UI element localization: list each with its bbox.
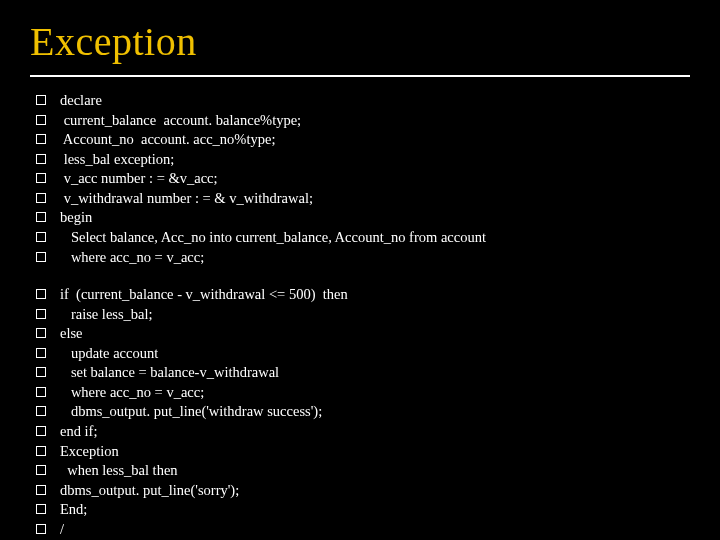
list-item: Select balance, Acc_no into current_bala… [30,228,690,248]
square-bullet-icon [36,154,46,164]
list-item: if (current_balance - v_withdrawal <= 50… [30,285,690,305]
code-line: End; [60,500,87,520]
square-bullet-icon [36,426,46,436]
list-item: v_withdrawal number : = & v_withdrawal; [30,189,690,209]
list-item: else [30,324,690,344]
list-item: End; [30,500,690,520]
code-line: dbms_output. put_line('sorry'); [60,481,239,501]
square-bullet-icon [36,134,46,144]
code-line: dbms_output. put_line('withdraw success'… [60,402,322,422]
square-bullet-icon [36,504,46,514]
list-item: where acc_no = v_acc; [30,248,690,268]
slide: Exception declare current_balance accoun… [0,0,720,540]
list-item: when less_bal then [30,461,690,481]
list-item: set balance = balance-v_withdrawal [30,363,690,383]
square-bullet-icon [36,446,46,456]
square-bullet-icon [36,212,46,222]
list-item: begin [30,208,690,228]
code-line: declare [60,91,102,111]
code-line: end if; [60,422,97,442]
square-bullet-icon [36,252,46,262]
code-line: / [60,520,64,540]
list-item: where acc_no = v_acc; [30,383,690,403]
square-bullet-icon [36,328,46,338]
list-item: dbms_output. put_line('sorry'); [30,481,690,501]
code-line: where acc_no = v_acc; [60,383,204,403]
list-item: dbms_output. put_line('withdraw success'… [30,402,690,422]
code-line: less_bal exception; [60,150,174,170]
title-underline [30,75,690,77]
code-line: current_balance account. balance%type; [60,111,301,131]
code-block-1: declare current_balance account. balance… [30,91,690,267]
square-bullet-icon [36,309,46,319]
square-bullet-icon [36,465,46,475]
list-item: declare [30,91,690,111]
list-item: Account_no account. acc_no%type; [30,130,690,150]
square-bullet-icon [36,387,46,397]
code-line: begin [60,208,92,228]
code-line: v_acc number : = &v_acc; [60,169,218,189]
square-bullet-icon [36,406,46,416]
code-line: Account_no account. acc_no%type; [60,130,275,150]
code-line: else [60,324,83,344]
code-line: Exception [60,442,119,462]
list-item: Exception [30,442,690,462]
square-bullet-icon [36,115,46,125]
code-line: raise less_bal; [60,305,153,325]
square-bullet-icon [36,289,46,299]
code-line: set balance = balance-v_withdrawal [60,363,279,383]
square-bullet-icon [36,95,46,105]
code-line: Select balance, Acc_no into current_bala… [60,228,486,248]
square-bullet-icon [36,173,46,183]
square-bullet-icon [36,193,46,203]
code-line: v_withdrawal number : = & v_withdrawal; [60,189,313,209]
list-item: v_acc number : = &v_acc; [30,169,690,189]
square-bullet-icon [36,232,46,242]
page-title: Exception [30,18,690,69]
list-item: update account [30,344,690,364]
list-item: / [30,520,690,540]
list-item: current_balance account. balance%type; [30,111,690,131]
square-bullet-icon [36,524,46,534]
code-line: if (current_balance - v_withdrawal <= 50… [60,285,348,305]
code-block-2: if (current_balance - v_withdrawal <= 50… [30,285,690,539]
list-item: end if; [30,422,690,442]
square-bullet-icon [36,367,46,377]
code-line: update account [60,344,158,364]
code-line: where acc_no = v_acc; [60,248,204,268]
square-bullet-icon [36,485,46,495]
square-bullet-icon [36,348,46,358]
code-line: when less_bal then [60,461,178,481]
list-item: less_bal exception; [30,150,690,170]
list-item: raise less_bal; [30,305,690,325]
